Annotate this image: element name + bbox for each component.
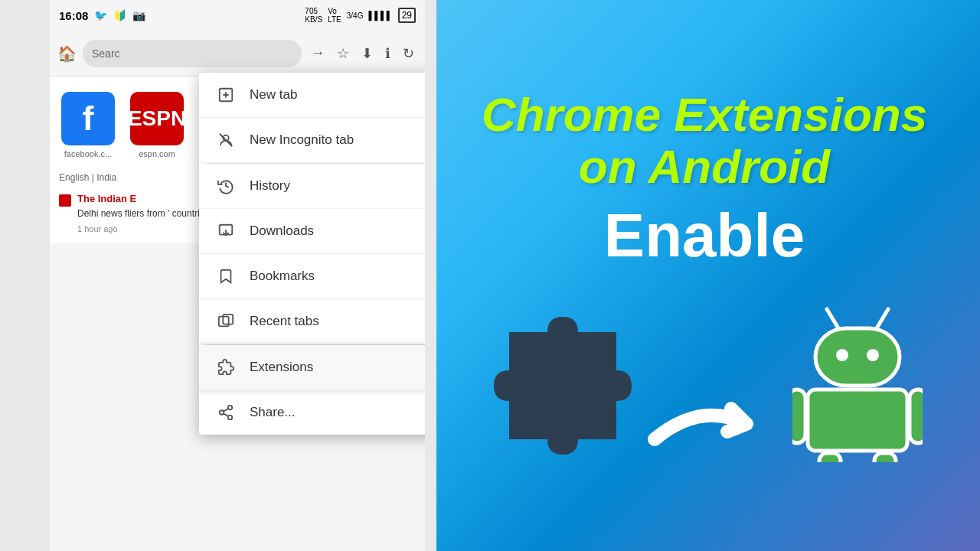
arrow-icon [639, 386, 777, 462]
info-button[interactable]: ℹ [382, 42, 394, 65]
espn-label: espn.com [139, 149, 175, 158]
svg-point-20 [220, 410, 224, 415]
menu-item-extensions[interactable]: Extensions [199, 345, 425, 390]
menu-item-history[interactable]: History [199, 164, 425, 209]
new-incognito-label: New Incognito tab [250, 132, 354, 148]
svg-point-19 [228, 406, 233, 410]
status-bar: 16:08 🐦 🔰 📷 705KB/S VoLTE 3/4G ▌▌▌▌ 29 [50, 0, 425, 31]
extensions-label: Extensions [250, 360, 313, 375]
menu-item-bookmarks[interactable]: Bookmarks [199, 254, 425, 299]
dropdown-menu: New tab New Incognito tab Hist [199, 73, 425, 435]
status-icons: 705KB/S VoLTE 3/4G ▌▌▌▌ 29 [305, 7, 416, 24]
history-label: History [250, 178, 290, 194]
extensions-icon [217, 359, 234, 376]
menu-item-share[interactable]: Share... [199, 390, 425, 435]
network-icon: 3/4G [347, 11, 364, 20]
phone-frame: 16:08 🐦 🔰 📷 705KB/S VoLTE 3/4G ▌▌▌▌ 29 🏠… [50, 0, 425, 551]
svg-line-22 [224, 413, 228, 416]
downloads-label: Downloads [250, 223, 314, 239]
volte-icon: VoLTE [328, 7, 341, 24]
puzzle-piece-icon [486, 309, 639, 462]
twitter-icon: 🐦 [94, 9, 107, 21]
bookmark-button[interactable]: ☆ [334, 42, 352, 65]
svg-line-1 [877, 309, 888, 328]
tile-facebook[interactable]: f facebook.c... [61, 92, 115, 158]
svg-line-0 [827, 309, 838, 328]
recent-tabs-icon [217, 313, 234, 330]
chrome-extensions-title: Chrome Extensions on Android [482, 89, 927, 193]
svg-rect-6 [792, 390, 805, 443]
right-panel: Chrome Extensions on Android Enable [429, 0, 980, 551]
instagram-icon: 📷 [132, 9, 145, 21]
svg-rect-5 [808, 390, 907, 451]
forward-button[interactable]: → [308, 42, 328, 64]
incognito-icon [217, 132, 234, 148]
android-robot-icon [792, 294, 923, 462]
refresh-button[interactable]: ↻ [400, 42, 417, 65]
left-panel: 16:08 🐦 🔰 📷 705KB/S VoLTE 3/4G ▌▌▌▌ 29 🏠… [0, 0, 436, 551]
svg-line-23 [224, 409, 228, 412]
time-display: 16:08 [59, 9, 88, 22]
battery-level: 29 [402, 10, 412, 21]
espn-icon: ESPN [130, 92, 184, 145]
svg-rect-2 [815, 328, 900, 386]
menu-item-downloads[interactable]: Downloads [199, 209, 425, 254]
tile-espn[interactable]: ESPN espn.com [130, 92, 184, 158]
news-source-icon [59, 194, 71, 207]
menu-item-new-incognito-tab[interactable]: New Incognito tab [199, 118, 425, 163]
new-tab-label: New tab [250, 87, 297, 103]
search-text: Searc [92, 47, 120, 60]
svg-rect-9 [874, 453, 896, 462]
vpn-icon: 🔰 [113, 9, 126, 21]
svg-rect-7 [910, 390, 923, 443]
facebook-icon: f [61, 92, 115, 145]
address-bar[interactable]: Searc [83, 40, 302, 67]
menu-item-new-tab[interactable]: New tab [199, 73, 425, 118]
svg-point-4 [867, 349, 879, 361]
signal-icon: ▌▌▌▌ [368, 11, 392, 20]
download-button[interactable]: ⬇ [358, 42, 376, 65]
facebook-label: facebook.c... [64, 149, 112, 158]
svg-rect-8 [819, 453, 841, 462]
bookmarks-label: Bookmarks [250, 269, 315, 284]
history-icon [217, 178, 234, 194]
status-time: 16:08 🐦 🔰 📷 [59, 9, 145, 22]
browser-toolbar: 🏠 Searc → ☆ ⬇ ℹ ↻ [50, 31, 425, 77]
downloads-icon [217, 223, 234, 240]
svg-point-21 [228, 416, 233, 420]
recent-tabs-label: Recent tabs [250, 314, 319, 329]
home-button[interactable]: 🏠 [57, 44, 77, 63]
battery-icon: 29 [398, 8, 416, 23]
menu-item-recent-tabs[interactable]: Recent tabs [199, 299, 425, 344]
share-label: Share... [250, 405, 296, 420]
bookmarks-icon [217, 268, 234, 285]
data-icon: 705KB/S [305, 7, 322, 24]
new-tab-icon [217, 86, 234, 103]
share-icon [217, 404, 234, 421]
enable-text: Enable [604, 201, 805, 271]
bottom-graphics [486, 294, 923, 462]
svg-point-3 [836, 349, 848, 361]
